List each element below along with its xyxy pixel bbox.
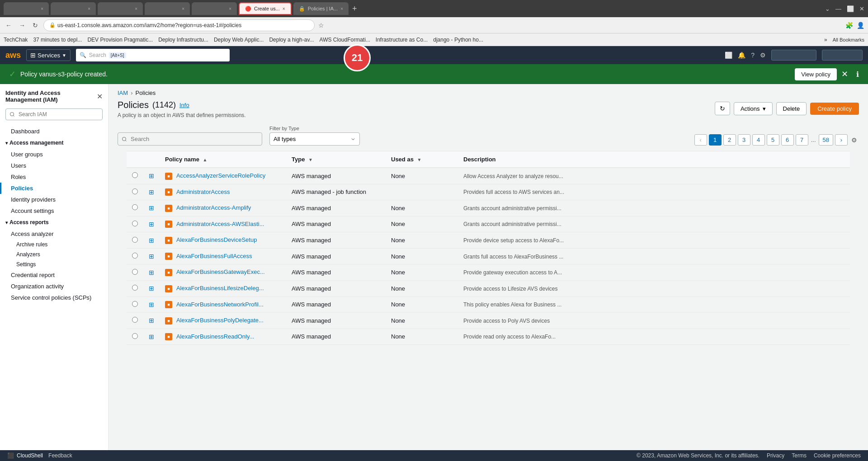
tab-close-1[interactable]: × bbox=[41, 6, 43, 11]
sidebar-item-account-settings[interactable]: Account settings bbox=[0, 205, 108, 216]
policy-link-7[interactable]: AlexaForBusinessLifesizeDeleg... bbox=[176, 285, 264, 292]
expand-icon-6[interactable]: ⊞ bbox=[149, 269, 154, 276]
policies-info-link[interactable]: Info bbox=[179, 102, 189, 108]
expand-icon-9[interactable]: ⊞ bbox=[149, 317, 154, 324]
sidebar-section-access-reports[interactable]: ▾ Access reports bbox=[0, 216, 108, 228]
policy-link-5[interactable]: AlexaForBusinessFullAccess bbox=[176, 253, 252, 259]
sidebar-item-user-groups[interactable]: User groups bbox=[0, 149, 108, 160]
policy-link-8[interactable]: AlexaForBusinessNetworkProfil... bbox=[176, 301, 264, 308]
row-radio-7[interactable] bbox=[132, 285, 138, 291]
prev-page-button[interactable]: ‹ bbox=[694, 134, 707, 146]
expand-icon-1[interactable]: ⊞ bbox=[149, 188, 154, 196]
browser-tab-2[interactable]: × bbox=[51, 2, 96, 15]
maximize-button[interactable]: ⬜ bbox=[847, 5, 854, 12]
aws-search-bar[interactable]: 🔍 Search [Alt+S] bbox=[76, 49, 230, 61]
row-radio-8[interactable] bbox=[132, 301, 138, 307]
footer-cookie-link[interactable]: Cookie preferences bbox=[814, 452, 861, 459]
policy-link-3[interactable]: AdministratorAccess-AWSElasti... bbox=[176, 221, 264, 227]
expand-icon-3[interactable]: ⊞ bbox=[149, 221, 154, 228]
bookmark-dev[interactable]: DEV Provision Pragmatic... bbox=[87, 37, 153, 43]
sidebar-item-policies[interactable]: Policies bbox=[0, 183, 108, 194]
page-1-button[interactable]: 1 bbox=[709, 134, 722, 146]
policy-link-9[interactable]: AlexaForBusinessPolyDelegate... bbox=[176, 317, 264, 324]
browser-tab-4[interactable]: × bbox=[145, 2, 190, 15]
user-profile-icon[interactable]: 👤 bbox=[857, 22, 864, 29]
refresh-button[interactable]: ↻ bbox=[715, 102, 730, 115]
browser-tab-3[interactable]: × bbox=[98, 2, 143, 15]
page-5-button[interactable]: 5 bbox=[767, 134, 779, 146]
expand-icon-4[interactable]: ⊞ bbox=[149, 237, 154, 244]
bookmark-techchak[interactable]: TechChak bbox=[4, 37, 28, 43]
browser-tab-create-user[interactable]: 🔴 Create us... × bbox=[239, 2, 292, 15]
sidebar-item-identity-providers[interactable]: Identity providers bbox=[0, 194, 108, 205]
sidebar-item-users[interactable]: Users bbox=[0, 160, 108, 171]
expand-icon-7[interactable]: ⊞ bbox=[149, 285, 154, 292]
settings-icon[interactable]: ⚙ bbox=[760, 52, 766, 59]
tab-close-2[interactable]: × bbox=[88, 6, 90, 11]
create-policy-button[interactable]: Create policy bbox=[810, 103, 859, 115]
policy-link-2[interactable]: AdministratorAccess-Amplify bbox=[176, 204, 251, 211]
sidebar-item-credential-report[interactable]: Credential report bbox=[0, 269, 108, 281]
row-radio-10[interactable] bbox=[132, 333, 138, 339]
tab-close-5[interactable]: × bbox=[229, 6, 231, 11]
tab-close-4[interactable]: × bbox=[182, 6, 184, 11]
expand-icon-5[interactable]: ⊞ bbox=[149, 253, 154, 260]
col-header-type[interactable]: Type ▼ bbox=[286, 151, 386, 168]
row-radio-4[interactable] bbox=[132, 237, 138, 243]
row-radio-1[interactable] bbox=[132, 188, 138, 194]
cloudshell-button[interactable]: ⬛ CloudShell bbox=[7, 452, 43, 459]
breadcrumb-iam-link[interactable]: IAM bbox=[118, 89, 128, 96]
banner-info-icon[interactable]: ℹ bbox=[856, 70, 859, 79]
used-filter-icon[interactable]: ▼ bbox=[417, 157, 422, 162]
page-last-button[interactable]: 58 bbox=[819, 134, 833, 146]
sidebar-close-button[interactable]: ✕ bbox=[97, 92, 103, 101]
sidebar-item-scp[interactable]: Service control policies (SCPs) bbox=[0, 292, 108, 303]
forward-button[interactable]: → bbox=[17, 22, 27, 29]
footer-terms-link[interactable]: Terms bbox=[792, 452, 807, 459]
sidebar-item-dashboard[interactable]: Dashboard bbox=[0, 126, 108, 137]
bookmark-deploy-web[interactable]: Deploy Web Applic... bbox=[214, 37, 264, 43]
policy-link-1[interactable]: AdministratorAccess bbox=[176, 188, 230, 195]
policy-search-input[interactable] bbox=[118, 132, 262, 146]
bookmark-django[interactable]: django - Python ho... bbox=[433, 37, 483, 43]
sidebar-item-access-analyzer[interactable]: Access analyzer bbox=[0, 228, 108, 240]
sidebar-item-roles[interactable]: Roles bbox=[0, 171, 108, 183]
tab-list-button[interactable]: ⌄ bbox=[825, 5, 830, 12]
cloud9-icon[interactable]: ⬜ bbox=[725, 52, 732, 59]
delete-button[interactable]: Delete bbox=[776, 102, 807, 115]
actions-button[interactable]: Actions ▾ bbox=[734, 102, 773, 115]
page-6-button[interactable]: 6 bbox=[781, 134, 794, 146]
row-radio-9[interactable] bbox=[132, 317, 138, 323]
policy-link-10[interactable]: AlexaForBusinessReadOnly... bbox=[176, 333, 254, 340]
address-bar[interactable]: 🔒 us-east-1.console.aws.amazon.com/iamv2… bbox=[43, 19, 315, 31]
region-selector[interactable] bbox=[771, 50, 816, 61]
new-tab-button[interactable]: + bbox=[352, 4, 357, 14]
bookmark-icon[interactable]: ☆ bbox=[318, 22, 324, 29]
sidebar-search-input[interactable] bbox=[5, 108, 103, 120]
close-window-button[interactable]: ✕ bbox=[859, 5, 864, 12]
policy-link-0[interactable]: AccessAnalyzerServiceRolePolicy bbox=[176, 172, 265, 179]
expand-icon-2[interactable]: ⊞ bbox=[149, 204, 154, 212]
page-3-button[interactable]: 3 bbox=[738, 134, 750, 146]
expand-icon-10[interactable]: ⊞ bbox=[149, 333, 154, 340]
col-header-used-as[interactable]: Used as ▼ bbox=[386, 151, 458, 168]
col-header-policy-name[interactable]: Policy name ▲ bbox=[160, 151, 286, 168]
type-filter-select[interactable]: All types AWS managed Customer managed A… bbox=[269, 132, 360, 146]
policy-link-4[interactable]: AlexaForBusinessDeviceSetup bbox=[176, 236, 257, 243]
browser-tab-policies[interactable]: 🔒 Policies | IA... × bbox=[293, 2, 349, 15]
back-button[interactable]: ← bbox=[4, 22, 14, 29]
bookmark-37min[interactable]: 37 minutes to depl... bbox=[33, 37, 82, 43]
sidebar-subitem-settings[interactable]: Settings bbox=[0, 259, 108, 269]
row-radio-2[interactable] bbox=[132, 204, 138, 210]
reload-button[interactable]: ↻ bbox=[31, 22, 40, 29]
row-radio-3[interactable] bbox=[132, 221, 138, 226]
view-policy-button[interactable]: View policy bbox=[795, 68, 837, 80]
row-radio-0[interactable] bbox=[132, 172, 138, 178]
page-settings-button[interactable]: ⚙ bbox=[849, 135, 859, 146]
extensions-icon[interactable]: 🧩 bbox=[845, 22, 853, 29]
tab-close-create[interactable]: × bbox=[283, 6, 285, 11]
row-radio-5[interactable] bbox=[132, 253, 138, 259]
page-7-button[interactable]: 7 bbox=[796, 134, 808, 146]
minimize-button[interactable]: — bbox=[835, 5, 841, 12]
expand-icon-8[interactable]: ⊞ bbox=[149, 301, 154, 308]
